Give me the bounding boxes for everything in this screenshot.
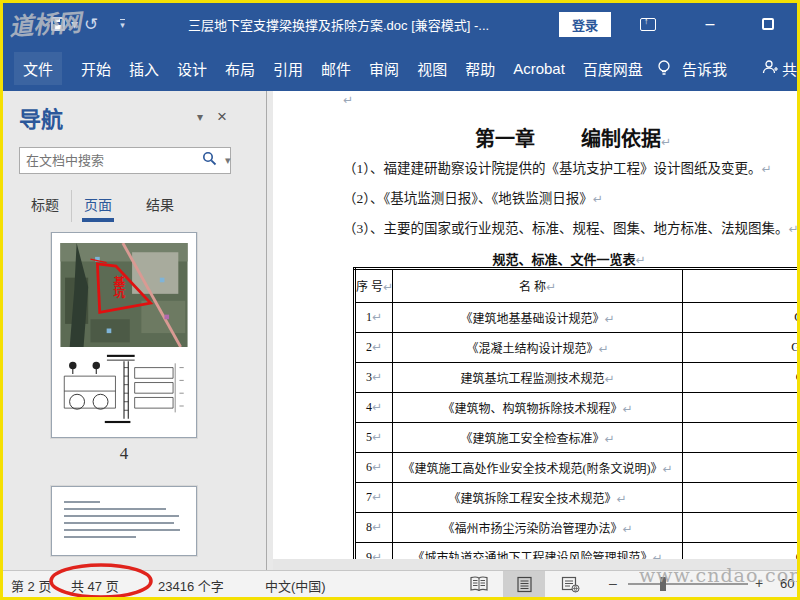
- cell-name: 《建筑施工安全检查标准》↵: [393, 423, 683, 453]
- paragraph-mark: ↵: [762, 162, 772, 176]
- table-row: 2↵ 《混凝土结构设计规范》↵ GB 50010 - 2010↵: [355, 333, 798, 363]
- paragraph-mark: ↵: [661, 135, 671, 149]
- tab-baidu-netdisk[interactable]: 百度网盘: [574, 52, 652, 85]
- cell-seq: 1↵: [355, 303, 393, 333]
- zoom-slider-handle[interactable]: [660, 577, 666, 591]
- paragraph-2: （2）、《基坑监测日报》、《地铁监测日报》↵: [343, 187, 797, 207]
- tell-me-box[interactable]: 告诉我: [674, 52, 735, 85]
- web-layout-icon: [561, 576, 580, 593]
- cell-name: 《建筑施工高处作业安全技术规范(附条文说明)》↵: [393, 453, 683, 483]
- nav-tab-results[interactable]: 结果: [134, 190, 186, 222]
- table-row: 9↵ 《城市轨道交通地下工程建设风险管理规范》↵ GB50652-2011↵: [355, 543, 798, 560]
- tab-review[interactable]: 审阅: [360, 52, 408, 85]
- nav-tab-headings[interactable]: 标题: [19, 190, 71, 222]
- cell-code: JGJ 59-2011↵: [683, 423, 798, 453]
- save-icon[interactable]: [51, 17, 65, 31]
- thumbnail-text-line: [64, 522, 174, 524]
- thumbnail-text-line: [64, 536, 136, 538]
- navigation-pane: 导航 ▾ × ▾ 标题 页面 结果: [3, 91, 245, 570]
- nav-tab-pages[interactable]: 页面: [71, 190, 124, 222]
- thumbnail-page-4[interactable]: 基坑: [51, 232, 197, 438]
- search-input[interactable]: [26, 153, 202, 168]
- navigation-dropdown-icon[interactable]: ▾: [187, 110, 213, 124]
- login-button[interactable]: 登录: [559, 12, 611, 37]
- thumbnail-text-line: [64, 529, 180, 531]
- paragraph-3: （3）、主要的国家或行业规范、标准、规程、图集、地方标准、法规图集。↵: [343, 217, 797, 237]
- document-title: 三层地下室支撑梁换撑及拆除方案.doc [兼容模式] -...: [188, 3, 489, 45]
- zoom-percentage[interactable]: 60: [780, 576, 794, 591]
- cell-code: DBJ08-70-98↵: [683, 393, 798, 423]
- navigation-close-icon[interactable]: ×: [213, 107, 231, 127]
- status-total-pages[interactable]: 共 47 页: [71, 576, 119, 595]
- chapter-title: 编制依据: [581, 128, 661, 150]
- table-row: 8↵ 《福州市扬尘污染防治管理办法》↵ ↵: [355, 513, 798, 543]
- cell-name: 建筑基坑工程监测技术规范↵: [393, 363, 683, 393]
- ribbon-display-options-button[interactable]: [631, 3, 665, 45]
- tab-layout[interactable]: 布局: [216, 52, 264, 85]
- table-row: 6↵ 《建筑施工高处作业安全技术规范(附条文说明)》↵ JGJ 80-2016↵: [355, 453, 798, 483]
- cell-seq: 7↵: [355, 483, 393, 513]
- zoom-slider[interactable]: [628, 583, 748, 585]
- cell-code: JGJ 147-2016↵: [683, 483, 798, 513]
- body-paragraphs: （1）、福建建研勘察设计院提供的《基坑支护工程》设计图纸及变更。↵ （2）、《基…: [343, 157, 797, 247]
- cell-seq: 6↵: [355, 453, 393, 483]
- minimize-button[interactable]: –: [693, 3, 727, 45]
- cell-code: ↵: [683, 513, 798, 543]
- tab-help[interactable]: 帮助: [456, 52, 504, 85]
- table-row: 3↵ 建筑基坑工程监测技术规范↵ GB50497-2009↵: [355, 363, 798, 393]
- status-word-count[interactable]: 23416 个字: [158, 576, 224, 595]
- document-search-box[interactable]: ▾: [19, 147, 231, 174]
- tab-acrobat[interactable]: Acrobat: [504, 54, 574, 83]
- cell-name: 《建筑拆除工程安全技术规范》↵: [393, 483, 683, 513]
- status-bar: 第 2 页 共 47 页 23416 个字 中文(中国) – + 60: [3, 570, 797, 597]
- cell-seq: 2↵: [355, 333, 393, 363]
- cell-name: 《城市轨道交通地下工程建设风险管理规范》↵: [393, 543, 683, 560]
- navigation-title: 导航: [19, 101, 63, 133]
- tab-file[interactable]: 文件: [14, 52, 62, 85]
- maximize-button[interactable]: [751, 3, 785, 45]
- standards-table: 序 号↵ 名 称↵ 编号或文号↵ 1↵ 《建筑地基基础设计规范》↵ GB 500…: [353, 267, 797, 559]
- undo-icon[interactable]: ↺: [84, 14, 98, 35]
- cell-name: 《福州市扬尘污染防治管理办法》↵: [393, 513, 683, 543]
- tab-insert[interactable]: 插入: [120, 52, 168, 85]
- maximize-icon: [762, 18, 774, 30]
- share-button[interactable]: 共: [755, 52, 797, 85]
- cell-code: GB50497-2009↵: [683, 363, 798, 393]
- tab-design[interactable]: 设计: [168, 52, 216, 85]
- cell-seq: 9↵: [355, 543, 393, 560]
- document-page[interactable]: ↵ 第一章编制依据↵ （1）、福建建研勘察设计院提供的《基坑支护工程》设计图纸及…: [273, 91, 797, 559]
- cell-seq: 5↵: [355, 423, 393, 453]
- pane-splitter[interactable]: [245, 91, 273, 570]
- tab-references[interactable]: 引用: [264, 52, 312, 85]
- search-icon[interactable]: [202, 151, 217, 170]
- web-layout-button[interactable]: [549, 571, 591, 597]
- print-layout-button[interactable]: [503, 571, 545, 597]
- paragraph-1: （1）、福建建研勘察设计院提供的《基坑支护工程》设计图纸及变更。↵: [343, 157, 797, 177]
- ribbon-tab-bar: 文件 开始 插入 设计 布局 引用 邮件 审阅 视图 帮助 Acrobat 百度…: [3, 45, 797, 91]
- cell-seq: 4↵: [355, 393, 393, 423]
- search-dropdown-icon[interactable]: ▾: [225, 154, 231, 167]
- splitter-line: [266, 91, 267, 570]
- share-label: 共: [782, 58, 797, 79]
- cell-code: GB 50010 - 2010↵: [683, 333, 798, 363]
- table-title: 规范、标准、文件一览表↵: [273, 249, 797, 268]
- paragraph-mark: ↵: [789, 222, 798, 236]
- zoom-out-button[interactable]: –: [609, 575, 617, 591]
- thumbnail-page-5[interactable]: [51, 486, 197, 556]
- tab-view[interactable]: 视图: [408, 52, 456, 85]
- person-add-icon: [761, 59, 779, 78]
- header-name: 名 称↵: [393, 269, 683, 303]
- document-area[interactable]: ↵ 第一章编制依据↵ （1）、福建建研勘察设计院提供的《基坑支护工程》设计图纸及…: [273, 91, 797, 570]
- save-dropdown-icon[interactable]: ▾: [71, 16, 78, 32]
- site-satellite-image: 基坑: [60, 243, 188, 347]
- status-page-number[interactable]: 第 2 页: [11, 576, 51, 595]
- zoom-in-button[interactable]: +: [755, 575, 763, 591]
- customize-qat-icon[interactable]: ▾: [120, 19, 125, 30]
- status-language[interactable]: 中文(中国): [265, 576, 326, 595]
- cell-name: 《混凝土结构设计规范》↵: [393, 333, 683, 363]
- tab-home[interactable]: 开始: [72, 52, 120, 85]
- cell-name: 《建筑地基基础设计规范》↵: [393, 303, 683, 333]
- read-mode-icon: [469, 576, 489, 592]
- read-mode-button[interactable]: [458, 571, 500, 597]
- tab-mailings[interactable]: 邮件: [312, 52, 360, 85]
